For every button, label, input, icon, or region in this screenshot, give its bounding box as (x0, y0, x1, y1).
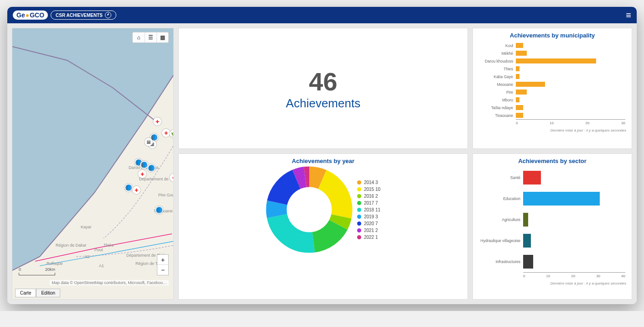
axis-tick: 20 (586, 121, 590, 127)
bar-fill[interactable] (516, 90, 527, 95)
map-surface[interactable]: GuéoulKébemerNdandePékesseDépartement de… (12, 28, 173, 299)
legend-row[interactable]: 2019 3 (357, 214, 380, 219)
map-place-label: Pout (94, 248, 103, 252)
bar-row: Thies (479, 65, 625, 73)
bar-label: Meouane (479, 82, 516, 87)
sector-footer: Dernière mise à jour : il y a quelques s… (473, 280, 632, 287)
legend-swatch (357, 208, 361, 212)
tab-carte[interactable]: Carte (15, 289, 36, 297)
map-panel[interactable]: GuéoulKébemerNdandePékesseDépartement de… (12, 28, 174, 300)
bar-row: Mékhé (479, 49, 625, 57)
legend-row[interactable]: 2015 10 (357, 187, 380, 192)
top-bar: Ge ● GCO CSR ACHIEVEMENTS ≡ (7, 7, 637, 23)
legend-swatch (357, 235, 361, 239)
map-place-label: Région de Dakar (56, 243, 87, 248)
sector-chart: SantéEducationAgricultureHydraulique vil… (473, 166, 632, 280)
kpi-label: Achievements (286, 96, 360, 111)
gauge-icon (105, 12, 111, 18)
legend-label: 2015 10 (364, 187, 380, 192)
bar-fill[interactable] (516, 66, 519, 71)
municipality-chart-title: Achievements by municipality (473, 28, 632, 41)
bar-fill[interactable] (516, 43, 523, 48)
bar-row: Mboro (479, 96, 625, 104)
axis-tick: 20 (571, 274, 575, 280)
map-place-label: Thiès (104, 243, 114, 248)
axis-tick: 10 (546, 274, 550, 280)
map-marker-health[interactable]: ✚ (132, 186, 140, 194)
tab-edition[interactable]: Edition (36, 289, 60, 297)
bar-fill[interactable] (516, 105, 523, 110)
bar-row: Meouane (479, 80, 625, 88)
bar-row: Infrastructures (479, 251, 625, 272)
bar-row: Agriculture (479, 209, 625, 230)
map-marker-health[interactable]: ✚ (138, 170, 146, 178)
bar-fill[interactable] (523, 171, 541, 185)
map-marker-edu[interactable]: 📘 (155, 206, 163, 214)
header-subtitle: CSR ACHIEVEMENTS (56, 13, 103, 18)
legend-row[interactable]: 2020 7 (357, 221, 380, 226)
bar-label: Pire (479, 90, 516, 95)
municipality-footer: Dernière mise à jour : il y a quelques s… (473, 127, 632, 134)
map-place-label: Pire Goureye (158, 193, 174, 197)
legend-row[interactable]: 2018 11 (357, 207, 380, 212)
legend-label: 2019 3 (364, 214, 378, 219)
bar-fill[interactable] (523, 255, 533, 269)
map-place-label: Rufisque (47, 261, 63, 266)
map-home-button[interactable]: ⌂ (133, 32, 145, 42)
header-subtitle-badge: CSR ACHIEVEMENTS (51, 11, 116, 20)
bar-fill[interactable] (516, 51, 527, 56)
scale-min: 0 (19, 267, 21, 272)
bar-fill[interactable] (516, 58, 596, 63)
year-chart-panel: Achievements by year 2014 32015 102016 2… (178, 153, 468, 300)
bar-fill[interactable] (523, 213, 528, 227)
bar-fill[interactable] (516, 113, 523, 118)
map-marker-health[interactable]: ✚ (162, 129, 170, 137)
donut-chart (266, 166, 353, 253)
municipality-chart-panel: Achievements by municipality KoulMékhéDa… (473, 28, 632, 149)
map-toolbar: ⌂ ☰ ▦ (132, 32, 169, 43)
menu-icon[interactable]: ≡ (626, 10, 631, 21)
axis-tick: 0 (523, 274, 525, 280)
dashboard-grid: 46 Achievements GuéoulKébemerNdandePékes… (7, 23, 637, 304)
sector-chart-title: Achievements by sector (473, 154, 632, 166)
bar-label: Darou khoudoss (479, 59, 516, 63)
legend-row[interactable]: 2014 3 (357, 180, 380, 185)
zoom-in-button[interactable]: + (157, 255, 168, 265)
axis-tick: 30 (621, 121, 625, 127)
logo-block: Ge ● GCO CSR ACHIEVEMENTS (13, 11, 116, 20)
sector-chart-panel: Achievements by sector SantéEducationAgr… (473, 153, 632, 300)
bar-row: Kaba Gaye (479, 73, 625, 80)
bar-fill[interactable] (516, 82, 545, 87)
map-marker-edu[interactable]: 📘 (147, 164, 156, 172)
map-marker-health[interactable]: ✚ (153, 117, 161, 126)
bar-fill[interactable] (523, 234, 531, 248)
legend-label: 2014 3 (364, 180, 378, 185)
bar-label: Infrastructures (479, 259, 523, 264)
bar-fill[interactable] (516, 74, 519, 79)
bar-fill[interactable] (523, 192, 600, 206)
scale-max: 20km (45, 267, 55, 272)
legend-label: 2022 1 (364, 235, 378, 240)
legend-row[interactable]: 2021 2 (357, 228, 380, 233)
map-marker-edu[interactable]: 📘 (125, 184, 133, 192)
municipality-chart: KoulMékhéDarou khoudossThiesKaba GayeMeo… (473, 41, 632, 127)
bar-row: Hydraulique villageoise (479, 230, 625, 251)
map-tabs: Carte Edition (15, 289, 60, 297)
legend-swatch (357, 194, 361, 198)
legend-swatch (357, 215, 361, 219)
map-list-button[interactable]: ☰ (145, 32, 156, 42)
legend-row[interactable]: 2016 2 (357, 194, 380, 199)
legend-row[interactable]: 2017 7 (357, 200, 380, 206)
zoom-out-button[interactable]: − (157, 265, 168, 275)
map-grid-button[interactable]: ▦ (156, 32, 168, 42)
legend-row[interactable]: 2022 1 (357, 235, 380, 240)
bar-row: Santé (479, 167, 625, 188)
map-marker-infra[interactable]: 🏛 (145, 138, 153, 146)
bar-label: Agriculture (479, 217, 523, 222)
bar-label: Thies (479, 67, 516, 71)
axis-tick: 10 (550, 121, 554, 127)
bar-fill[interactable] (516, 97, 519, 102)
bar-row: Koul (479, 42, 625, 49)
bar-label: Kaba Gaye (479, 74, 516, 79)
map-place-label: Kayar (81, 225, 92, 229)
